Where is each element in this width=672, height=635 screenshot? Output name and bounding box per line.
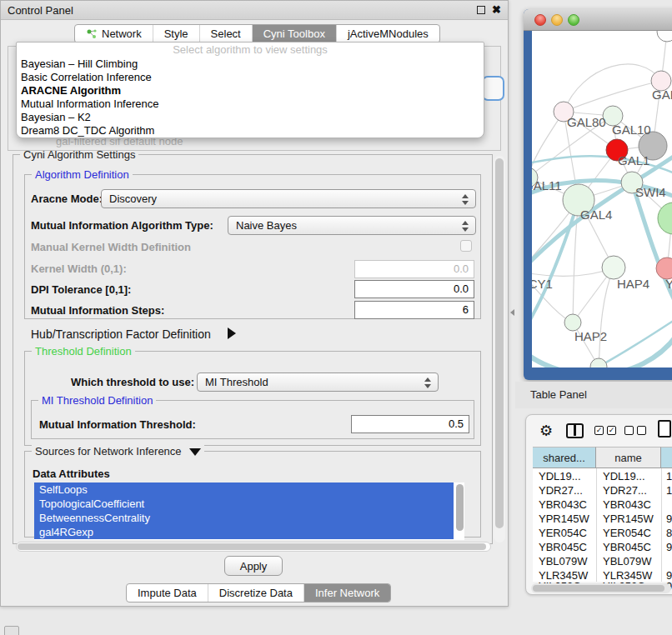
control-panel-tabs: Network Style Select Cyni Toolbox jActiv… (74, 24, 440, 43)
tab-select[interactable]: Select (199, 25, 252, 42)
cell-value: 9. (666, 512, 672, 525)
table-row[interactable]: YBR045C YBR045C 9. (533, 541, 672, 555)
cell-value: 13 (666, 470, 672, 482)
network-view-window: GAL GAL80 GAL10 GAL1 GAL11 SWI4 GAL4 GCY… (524, 9, 672, 380)
deselect-all-icon[interactable] (624, 426, 634, 435)
tab-label: jActiveMNodules (348, 25, 429, 42)
tab-label: Impute Data (138, 584, 197, 602)
table-row[interactable]: YPR145W YPR145W 9. (533, 512, 672, 527)
dropdown-item[interactable]: Bayesian – K2 (17, 111, 484, 124)
splitpane-collapse-icon[interactable] (510, 309, 514, 316)
columns-icon[interactable] (566, 423, 584, 438)
cell-value: 8. (666, 527, 672, 539)
dropdown-item-selected[interactable]: ARACNE Algorithm (17, 84, 484, 98)
export-table-icon[interactable] (658, 420, 671, 438)
node[interactable] (590, 358, 607, 368)
kernel-width-field[interactable]: 0.0 (354, 260, 474, 278)
cell-shared-name: YBL079W (539, 555, 588, 568)
node-hap2[interactable] (564, 314, 581, 331)
tab-jactivemnodules[interactable]: jActiveMNodules (336, 25, 439, 42)
tab-infer-network[interactable]: Infer Network (303, 584, 390, 602)
network-icon (86, 28, 98, 40)
mi-type-select[interactable]: Naive Bayes (228, 216, 476, 235)
node-label: GAL10 (612, 122, 651, 137)
tab-label: Style (164, 25, 188, 42)
network-canvas[interactable]: GAL GAL80 GAL10 GAL1 GAL11 SWI4 GAL4 GCY… (532, 31, 672, 368)
cell-name: YBR045C (603, 541, 651, 553)
tab-label: Select (211, 25, 241, 42)
aracne-mode-select[interactable]: Discovery (101, 189, 476, 208)
tab-label: Cyni Toolbox (263, 25, 325, 42)
dropdown-item[interactable]: Bayesian – Hill Climbing (17, 58, 484, 71)
node-label: SWI4 (635, 185, 666, 199)
mi-steps-label: Mutual Information Steps: (31, 304, 164, 317)
list-item[interactable]: BetweennessCentrality (34, 511, 454, 525)
list-item[interactable]: SelfLoops (34, 482, 454, 497)
cell-shared-name: YPR145W (539, 512, 589, 525)
select-all-check-icon[interactable]: ✓ (607, 426, 616, 435)
bottom-tabs: Impute Data Discretize Data Infer Networ… (126, 583, 391, 602)
settings-scrollbar[interactable] (494, 156, 505, 542)
algorithm-dropdown-popup: Select algorithm to view settings Bayesi… (16, 42, 484, 138)
horizontal-scrollbar[interactable] (16, 542, 491, 552)
cell-name: YDL19... (603, 470, 645, 482)
expand-right-icon[interactable] (228, 328, 236, 339)
tab-impute-data[interactable]: Impute Data (127, 584, 208, 602)
node[interactable] (657, 31, 672, 42)
network-graph: GAL GAL80 GAL10 GAL1 GAL11 SWI4 GAL4 GCY… (532, 31, 672, 368)
table-horizontal-scrollbar[interactable] (531, 583, 671, 593)
column-header-partial[interactable]: A (661, 447, 672, 468)
apply-button[interactable]: Apply (224, 556, 283, 576)
float-window-icon[interactable] (477, 6, 485, 14)
control-panel-titlebar: Control Panel ✖ (1, 1, 508, 20)
hub-section-label[interactable]: Hub/Transcription Factor Definition (31, 328, 211, 341)
close-icon[interactable]: ✖ (492, 3, 501, 16)
minimize-traffic-light-icon[interactable] (551, 14, 563, 26)
close-traffic-light-icon[interactable] (534, 14, 546, 26)
table-panel-title: Table Panel (530, 388, 587, 401)
zoom-traffic-light-icon[interactable] (568, 14, 579, 26)
data-attributes-list[interactable]: SelfLoops TopologicalCoefficient Between… (34, 482, 464, 540)
table-row[interactable]: YDR27... YDR27... 12 (533, 484, 672, 498)
cell-value: 9. (666, 541, 672, 553)
node-table: shared... name A YDL19... YDL19... 13 YD… (533, 447, 672, 582)
tab-label: Network (102, 25, 142, 42)
dpi-tolerance-field[interactable]: 0.0 (354, 280, 474, 298)
deselect-all-icon[interactable] (637, 426, 646, 435)
focused-combo-fragment (482, 76, 504, 101)
list-scrollbar[interactable] (456, 484, 464, 531)
cell-value: 12 (666, 484, 672, 497)
node-label: GAL80 (567, 115, 606, 129)
corner-button[interactable] (4, 626, 19, 635)
group-title: Threshold Definition (32, 345, 135, 358)
table-row[interactable]: YBR043C YBR043C (533, 498, 672, 512)
table-row[interactable]: YDL19... YDL19... 13 (533, 470, 672, 484)
mi-type-label: Mutual Information Algorithm Type: (31, 219, 213, 232)
which-threshold-select[interactable]: MI Threshold (197, 372, 439, 392)
dropdown-item[interactable]: Mutual Information Inference (17, 98, 484, 111)
dropdown-item[interactable]: Dream8 DC_TDC Algorithm (17, 124, 484, 138)
tab-discretize-data[interactable]: Discretize Data (208, 584, 303, 602)
tab-network[interactable]: Network (75, 25, 153, 42)
dropdown-item[interactable]: Basic Correlation Inference (17, 71, 484, 84)
mi-threshold-field[interactable]: 0.5 (351, 415, 469, 433)
list-item[interactable]: gal4RGexp (34, 525, 454, 539)
column-header-name[interactable]: name (596, 447, 661, 468)
gear-icon[interactable]: ⚙ (539, 422, 553, 440)
node-hap4[interactable] (602, 256, 625, 279)
list-item[interactable]: TopologicalCoefficient (34, 497, 454, 511)
tab-cyni-toolbox[interactable]: Cyni Toolbox (252, 25, 336, 42)
panel-title: Control Panel (8, 4, 73, 17)
combo-value: Naive Bayes (236, 219, 297, 232)
data-attributes-label: Data Attributes (33, 468, 110, 480)
table-row[interactable]: YBL079W YBL079W (533, 555, 672, 569)
manual-kernel-checkbox[interactable] (460, 240, 472, 252)
select-all-check-icon[interactable]: ✓ (594, 426, 604, 435)
cell-name: YPR145W (603, 512, 654, 525)
mi-steps-field[interactable]: 6 (354, 301, 474, 319)
column-header-shared-name[interactable]: shared... (533, 447, 596, 468)
spinner-arrows-icon (424, 377, 431, 389)
table-row[interactable]: YER054C YER054C 8. (533, 527, 672, 541)
tab-style[interactable]: Style (153, 25, 199, 42)
collapse-down-icon[interactable] (189, 448, 201, 456)
